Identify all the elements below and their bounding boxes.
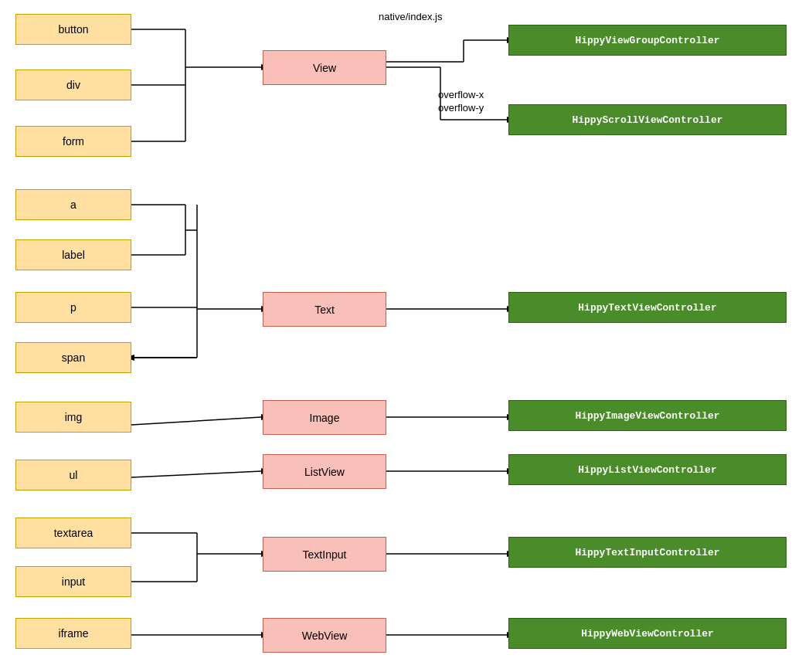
node-button: button [15, 14, 131, 45]
node-div: div [15, 70, 131, 100]
node-input: input [15, 566, 131, 597]
node-textarea: textarea [15, 518, 131, 548]
node-textinput: TextInput [263, 537, 386, 572]
node-text: Text [263, 292, 386, 327]
node-hippy-image-view: HippyImageViewController [508, 400, 787, 431]
node-view: View [263, 50, 386, 85]
node-hippy-text-view: HippyTextViewController [508, 292, 787, 323]
svg-line-27 [131, 417, 261, 425]
node-listview: ListView [263, 454, 386, 489]
node-hippy-scroll-view: HippyScrollViewController [508, 104, 787, 135]
node-form: form [15, 126, 131, 157]
node-p: p [15, 292, 131, 323]
diagram: button div form a label p span img ul te… [0, 0, 802, 672]
node-label: label [15, 239, 131, 270]
node-webview: WebView [263, 618, 386, 653]
svg-line-29 [131, 471, 261, 477]
node-hippy-list-view: HippyListViewController [508, 454, 787, 485]
node-hippy-textinput: HippyTextInputController [508, 537, 787, 568]
node-hippy-view-group: HippyViewGroupController [508, 25, 787, 56]
node-img: img [15, 402, 131, 433]
overflow-y-label: overflow-y [438, 102, 484, 114]
node-span: span [15, 342, 131, 373]
node-hippy-webview: HippyWebViewController [508, 618, 787, 649]
node-ul: ul [15, 460, 131, 490]
native-index-label: native/index.js [379, 11, 442, 22]
overflow-x-label: overflow-x [438, 89, 484, 100]
node-image: Image [263, 400, 386, 435]
node-a: a [15, 189, 131, 220]
node-iframe: iframe [15, 618, 131, 649]
